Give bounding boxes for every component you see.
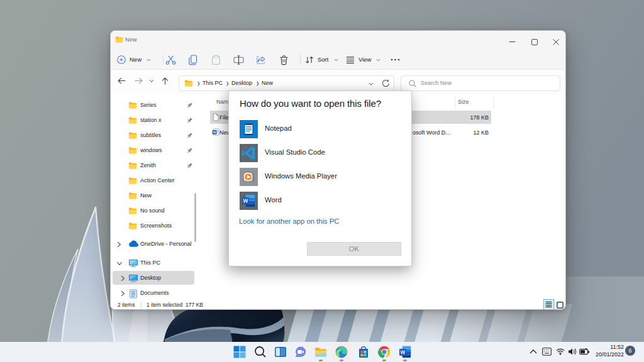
maximize[interactable] [531, 36, 538, 48]
start[interactable] [233, 346, 246, 358]
windows-desktop: New New Sort View [0, 0, 644, 362]
search[interactable] [254, 346, 267, 358]
view[interactable]: View [358, 56, 371, 63]
sort[interactable]: Sort [318, 56, 328, 63]
edge[interactable] [335, 346, 348, 358]
word[interactable] [399, 346, 411, 358]
ok-button[interactable]: OK [307, 242, 401, 256]
taskbar: 11:5220/01/2022 [0, 342, 644, 362]
app-vscode[interactable]: Visual Studio Code [240, 144, 403, 162]
notification-badge: 6 [625, 346, 635, 356]
new-button[interactable]: New [130, 56, 142, 63]
minimize[interactable] [509, 36, 516, 48]
store[interactable] [357, 346, 370, 358]
titlebar: New [111, 31, 565, 50]
status-bar: 2 items | 1 item selected 177 KB [111, 300, 565, 310]
app-notepad[interactable]: Notepad [240, 120, 403, 138]
explorer[interactable] [314, 346, 327, 358]
toolbar: New Sort View [111, 50, 565, 70]
app-wmp[interactable]: Windows Media Player [240, 168, 403, 186]
close[interactable] [553, 36, 559, 48]
app-word[interactable]: Word [240, 192, 403, 210]
chat[interactable] [294, 346, 307, 358]
task-view[interactable] [274, 346, 287, 358]
look-for-another-app[interactable]: Look for another app on this PC [239, 217, 340, 225]
address-box: ❯ This PC ❯ Desktop ❯ New [179, 75, 394, 91]
chrome[interactable] [378, 346, 391, 358]
open-with-dialog: How do you want to open this file? Notep… [228, 90, 412, 266]
clock: 11:5220/01/2022 [596, 343, 624, 358]
view-details[interactable] [543, 299, 554, 310]
search-box: Search New [401, 75, 560, 91]
view-large[interactable] [557, 302, 564, 309]
